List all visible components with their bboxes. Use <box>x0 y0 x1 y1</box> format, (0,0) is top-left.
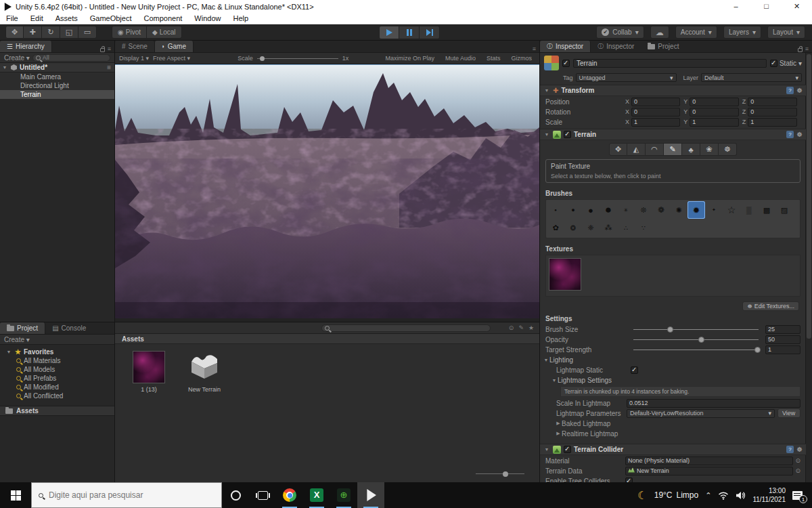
play-button[interactable] <box>379 26 399 39</box>
panel-menu-icon[interactable]: ≡ <box>805 45 809 52</box>
step-button[interactable] <box>420 26 440 39</box>
tag-dropdown[interactable]: Untagged▾ <box>576 73 677 82</box>
search-by-label-icon[interactable]: ✎ <box>518 324 524 331</box>
search-by-type-icon[interactable]: ⊙ <box>509 324 514 331</box>
hierarchy-item-terrain[interactable]: Terrain <box>0 90 114 99</box>
layer-dropdown[interactable]: Default▾ <box>701 73 802 82</box>
foldout-icon[interactable]: ▶ <box>555 421 562 426</box>
brush-15[interactable]: ❂ <box>564 219 582 236</box>
assets-folder-row[interactable]: Assets <box>0 406 114 416</box>
brush-11[interactable]: ▒ <box>740 201 758 219</box>
edit-textures-button[interactable]: ☸Edit Textures... <box>742 301 799 311</box>
maximize-on-play-button[interactable]: Maximize On Play <box>383 55 436 62</box>
rotation-y-field[interactable]: 0 <box>690 108 738 117</box>
terrain-enabled-checkbox[interactable] <box>564 131 571 138</box>
aspect-dropdown[interactable]: Free Aspect ▾ <box>153 55 190 62</box>
static-checkbox[interactable] <box>770 60 777 67</box>
realtime-lightmap-foldout-label[interactable]: Realtime Lightmap <box>562 430 618 438</box>
brush-8[interactable]: ✹ <box>687 201 705 219</box>
display-dropdown[interactable]: Display 1 ▾ <box>119 55 149 62</box>
mute-audio-button[interactable]: Mute Audio <box>443 55 478 62</box>
taskbar-search-input[interactable] <box>49 490 198 500</box>
game-viewport[interactable] <box>115 64 539 318</box>
favorites-foldout[interactable]: ▼ ★ Favorites <box>0 347 114 356</box>
menu-file[interactable]: File <box>0 13 24 24</box>
transform-component-header[interactable]: ▼ ✚ Transform ? ☸ <box>540 85 806 96</box>
hierarchy-item-main-camera[interactable]: Main Camera <box>0 72 114 81</box>
favorite-all-prefabs[interactable]: All Prefabs <box>0 374 114 383</box>
scale-y-field[interactable]: 1 <box>690 118 738 127</box>
foldout-icon[interactable]: ▼ <box>543 132 550 137</box>
unity-taskbar-button[interactable] <box>357 482 384 508</box>
favorites-star-icon[interactable]: ★ <box>528 324 534 331</box>
target-strength-slider[interactable] <box>633 350 759 350</box>
brush-6[interactable]: ❁ <box>652 201 670 219</box>
thumbnail-size-thumb[interactable] <box>503 471 508 477</box>
help-icon[interactable]: ? <box>786 131 794 138</box>
scale-z-field[interactable]: 1 <box>748 118 797 127</box>
rotation-z-field[interactable]: 0 <box>748 108 797 117</box>
taskbar-search[interactable] <box>31 482 222 508</box>
account-dropdown[interactable]: Account▾ <box>675 26 717 39</box>
lightmap-settings-foldout-label[interactable]: Lightmap Settings <box>558 377 612 384</box>
favorite-all-modified[interactable]: All Modified <box>0 383 114 391</box>
scene-menu-icon[interactable]: ≡ <box>107 64 114 71</box>
menu-component[interactable]: Component <box>137 13 188 24</box>
tab-console[interactable]: ▤Console <box>45 322 93 334</box>
restore-button[interactable]: □ <box>751 0 782 13</box>
brush-16[interactable]: ❈ <box>582 219 600 236</box>
brush-13[interactable]: ▨ <box>775 201 793 219</box>
favorite-all-conflicted[interactable]: All Conflicted <box>0 391 114 400</box>
paint-details-tool-button[interactable]: ❀ <box>700 143 719 156</box>
view-button[interactable]: View <box>777 408 800 418</box>
collider-enabled-checkbox[interactable] <box>564 446 571 453</box>
layers-dropdown[interactable]: Layers▾ <box>723 26 761 39</box>
opacity-slider-thumb[interactable] <box>698 337 704 343</box>
brush-size-slider[interactable] <box>633 329 759 330</box>
rotate-tool-button[interactable]: ↻ <box>42 26 60 39</box>
panel-menu-icon[interactable]: ≡ <box>108 45 111 52</box>
object-picker-icon[interactable]: ⊙ <box>795 457 800 464</box>
brush-size-value-field[interactable]: 25 <box>765 325 800 334</box>
tab-inspector-1[interactable]: ⓘInspector <box>540 41 591 52</box>
target-strength-value-field[interactable]: 1 <box>765 345 800 354</box>
stats-button[interactable]: Stats <box>484 55 503 62</box>
lightmap-static-checkbox[interactable] <box>631 366 638 374</box>
terrain-component-header[interactable]: ▼ Terrain ? ☸ <box>540 129 806 140</box>
brush-14[interactable]: ✿ <box>547 219 564 236</box>
action-center-icon[interactable]: 1 <box>792 491 803 500</box>
scale-tool-button[interactable]: ◱ <box>60 26 78 39</box>
brush-12[interactable]: ▩ <box>758 201 775 219</box>
task-view-button[interactable] <box>249 482 276 508</box>
lighting-foldout-label[interactable]: Lighting <box>549 356 573 364</box>
cortana-button[interactable] <box>222 482 249 508</box>
scale-slider[interactable] <box>257 58 338 59</box>
brush-17[interactable]: ⁂ <box>600 219 617 236</box>
panel-menu-icon[interactable]: ≡ <box>533 45 536 52</box>
hierarchy-search-input[interactable]: All <box>32 54 110 62</box>
gizmos-button[interactable]: Gizmos <box>509 55 534 62</box>
position-x-field[interactable]: 0 <box>631 98 680 106</box>
rect-tool-button[interactable]: ▭ <box>78 26 97 39</box>
foldout-icon[interactable]: ▼ <box>5 347 12 356</box>
position-y-field[interactable]: 0 <box>690 98 738 106</box>
foldout-icon[interactable]: ▼ <box>543 447 550 452</box>
close-button[interactable]: ✕ <box>782 0 812 13</box>
cloud-button[interactable]: ☁ <box>650 26 669 39</box>
lightmap-parameters-dropdown[interactable]: Default-VeryLowResolution▾ <box>627 409 775 418</box>
brush-0[interactable]: ● <box>547 201 564 219</box>
tab-inspector-2[interactable]: ⓘInspector <box>591 41 641 52</box>
raise-lower-terrain-tool-button[interactable]: ✥ <box>609 143 627 156</box>
volume-icon[interactable] <box>736 491 746 500</box>
hierarchy-create-dropdown[interactable]: Create ▾ <box>0 54 30 62</box>
help-icon[interactable]: ? <box>786 446 794 453</box>
foldout-icon[interactable]: ▼ <box>543 88 550 93</box>
rotation-x-field[interactable]: 0 <box>631 108 680 117</box>
smooth-height-tool-button[interactable]: ◠ <box>646 143 664 156</box>
scale-in-lightmap-field[interactable]: 0.0512 <box>627 399 800 408</box>
place-trees-tool-button[interactable]: ♣ <box>682 143 700 156</box>
terrain-collider-header[interactable]: ▼ Terrain Collider ? ☸ <box>540 444 806 455</box>
menu-gameobject[interactable]: GameObject <box>84 13 138 24</box>
project-create-dropdown[interactable]: Create ▾ <box>0 336 30 343</box>
scale-slider-thumb[interactable] <box>260 56 265 61</box>
